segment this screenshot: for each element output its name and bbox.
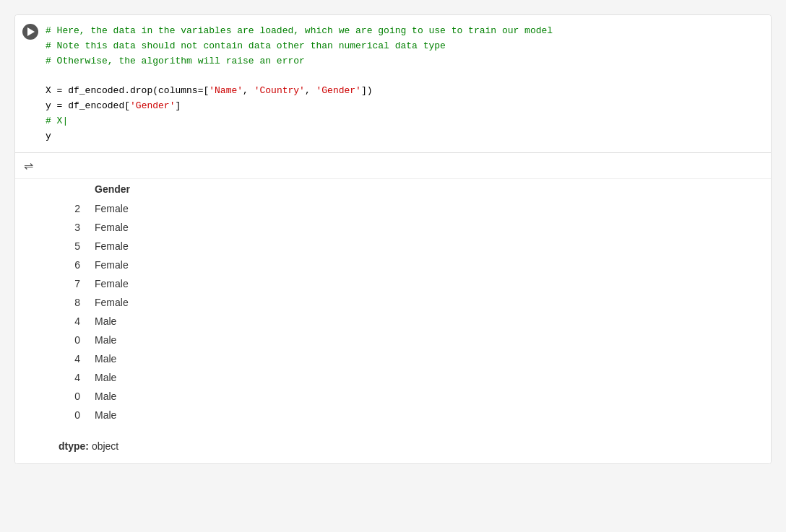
row-value: Male [95,334,152,346]
code-line-7: # X| [46,114,771,129]
table-row: 6 Female [59,256,756,274]
row-index: 0 [59,334,95,346]
row-value: Female [95,203,152,214]
table-row: 4 Male [59,349,756,368]
row-index: 0 [59,409,95,421]
row-index: 7 [59,278,95,289]
row-index: 2 [59,203,95,214]
row-value: Male [95,372,152,383]
table-row: 0 Male [59,387,756,406]
table-row: 2 Female [59,199,756,218]
table-row: 0 Male [59,406,756,424]
code-line-1: # Here, the data in the variables are lo… [46,24,771,39]
row-index: 4 [59,372,95,383]
row-index: 4 [59,353,95,365]
row-value: Female [95,278,152,289]
notebook-cell: # Here, the data in the variables are lo… [14,14,772,464]
table-row: 7 Female [59,274,756,293]
row-value: Female [95,240,152,252]
table-row: 3 Female [59,218,756,237]
column-header-gender: Gender [95,183,152,195]
table-row: 8 Female [59,293,756,312]
table-header-row: Gender [59,179,756,199]
row-index: 5 [59,240,95,252]
dtype-value-text: object [92,440,118,452]
transfer-icon: ⇌ [24,159,33,173]
code-line-5: X = df_encoded.drop(columns=['Name', 'Co… [46,84,771,99]
row-value: Male [95,315,152,327]
row-value: Male [95,409,152,421]
code-line-6: y = df_encoded['Gender'] [46,99,771,114]
code-section: # Here, the data in the variables are lo… [15,15,771,153]
output-header: ⇌ [15,153,771,179]
code-line-2: # Note this data should not contain data… [46,39,771,54]
code-editor[interactable]: # Here, the data in the variables are lo… [46,15,771,152]
table-row: 4 Male [59,312,756,331]
code-line-4 [46,69,771,84]
table-row: 5 Female [59,237,756,256]
data-table: Gender 2 Female 3 Female 5 Female 6 Fema… [15,179,771,432]
row-index: 8 [59,297,95,308]
row-index: 0 [59,391,95,402]
output-section: ⇌ Gender 2 Female 3 Female 5 Female 6 Fe… [15,153,771,463]
row-index: 6 [59,259,95,271]
row-value: Male [95,391,152,402]
run-button-container [15,15,46,152]
row-value: Female [95,222,152,233]
table-row: 0 Male [59,331,756,349]
code-line-8: y [46,129,771,144]
row-value: Female [95,297,152,308]
run-button[interactable] [22,24,38,40]
table-row: 4 Male [59,368,756,387]
dtype-line: dtype: object [15,432,771,463]
row-index: 4 [59,315,95,327]
row-index: 3 [59,222,95,233]
code-line-3: # Otherwise, the algorithm will raise an… [46,54,771,69]
row-value: Female [95,259,152,271]
row-value: Male [95,353,152,365]
dtype-label: dtype: [59,440,89,452]
